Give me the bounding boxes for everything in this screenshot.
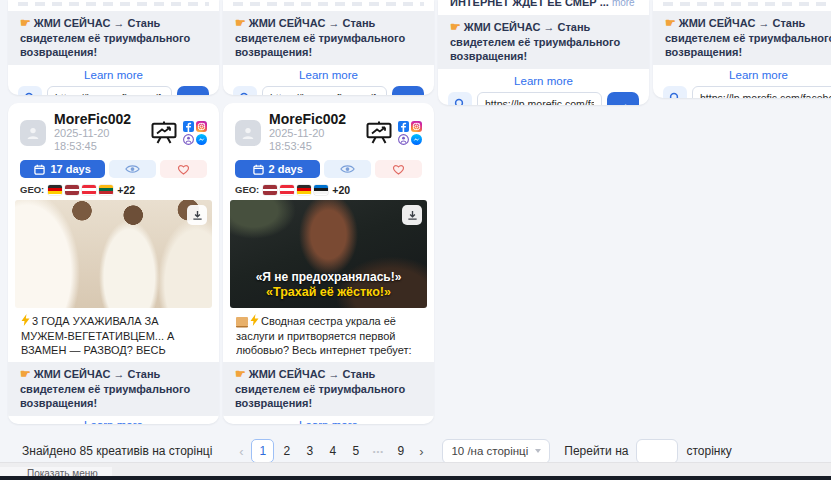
goto-page-input[interactable]: [636, 439, 678, 464]
open-url-button[interactable]: →: [607, 92, 639, 106]
creative-timestamp: 2025-11-20 18:53:45: [269, 127, 366, 153]
learn-more-link[interactable]: Learn more: [223, 69, 434, 81]
audience-network-icon: [183, 134, 194, 145]
avatar: [20, 120, 46, 146]
flag-ee: [314, 185, 328, 195]
cta-text: ЖМИ СЕЙЧАС → Стань свидетелем её триумфа…: [20, 17, 190, 58]
arrow-right-icon: →: [617, 96, 630, 105]
days-active-button[interactable]: 17 days: [20, 160, 105, 178]
more-link[interactable]: more: [612, 0, 635, 8]
days-label: 17 days: [50, 163, 90, 175]
top-ad-card-1: ☛ЖМИ СЕЙЧАС → Стань свидетелем её триумф…: [8, 0, 219, 95]
pointing-hand-icon: ☛: [450, 20, 461, 34]
url-row: →: [448, 92, 639, 106]
search-icon: [669, 92, 681, 99]
geo-row: GEO: +22: [20, 184, 207, 195]
clipped-content-strip: [663, 2, 831, 6]
ad-board-icon[interactable]: [151, 121, 177, 144]
learn-more-link[interactable]: Learn more: [653, 69, 831, 81]
url-row: [663, 86, 831, 99]
card-header: MoreFic002 2025-11-20 18:53:45: [235, 112, 422, 153]
top-ad-card-4: ☛ЖМИ СЕЙЧАС → Стань свидетелем её триумф…: [653, 0, 831, 98]
facebook-icon: [398, 121, 409, 132]
card-actions: 2 days: [235, 160, 422, 178]
cta-box: ☛ЖМИ СЕЙЧАС → Стань свидетелем её триумф…: [653, 11, 831, 65]
next-page-button[interactable]: ›: [412, 444, 430, 459]
lightning-icon: [21, 314, 30, 329]
search-url-button[interactable]: [448, 92, 472, 106]
goto-page-suffix: сторінку: [686, 444, 731, 458]
goto-page-label: Перейти на: [564, 444, 628, 458]
heart-icon: [392, 164, 405, 175]
page-size-value: 10 /на сторінці: [451, 445, 528, 457]
flag-at: [280, 185, 294, 195]
flag-lv: [263, 185, 277, 195]
top-ad-card-2: ☛ЖМИ СЕЙЧАС → Стань свидетелем её триумф…: [223, 0, 434, 95]
search-icon: [24, 92, 36, 96]
favorite-button[interactable]: [160, 160, 207, 178]
url-row: →: [233, 86, 424, 96]
person-icon: [240, 125, 256, 141]
cta-text: ЖМИ СЕЙЧАС → Стань свидетелем её триумфа…: [235, 368, 405, 409]
platforms: [183, 121, 207, 145]
avatar: [235, 120, 261, 146]
cta-text: ЖМИ СЕЙЧАС → Стань свидетелем её триумфа…: [20, 368, 190, 409]
page-button-5[interactable]: 5: [345, 440, 366, 462]
calendar-icon: [34, 164, 45, 175]
download-image-button[interactable]: [402, 205, 422, 225]
clipped-content-strip: [233, 2, 424, 6]
cta-text: ЖМИ СЕЙЧАС → Стань свидетелем её триумфа…: [450, 21, 620, 62]
page-button-2[interactable]: 2: [276, 440, 297, 462]
creative-image: [15, 200, 212, 308]
geo-label: GEO:: [235, 184, 259, 195]
pointing-hand-icon: ☛: [20, 367, 31, 381]
eye-icon: [340, 164, 355, 174]
learn-more-link[interactable]: Learn more: [8, 419, 219, 425]
image-caption-line2: «Трахай её жёстко!»: [230, 285, 427, 300]
favorite-button[interactable]: [375, 160, 422, 178]
prev-page-button[interactable]: ‹: [232, 444, 250, 459]
open-url-button[interactable]: →: [177, 86, 209, 96]
preview-button[interactable]: [109, 160, 156, 178]
profile-name: MoreFic002: [54, 112, 151, 127]
landing-url-input[interactable]: [477, 92, 602, 106]
ad-text: Сводная сестра украла её заслуги и притв…: [236, 314, 421, 356]
ad-text: 3 ГОДА УХАЖИВАЛА ЗА МУЖЕМ-ВЕГЕТАТИВЦЕМ..…: [21, 314, 206, 356]
preview-button[interactable]: [324, 160, 371, 178]
page-button-1[interactable]: 1: [251, 439, 274, 463]
person-icon: [25, 125, 41, 141]
learn-more-link[interactable]: Learn more: [8, 69, 219, 81]
card-header: MoreFic002 2025-11-20 18:53:45: [20, 112, 207, 153]
learn-more-link[interactable]: Learn more: [223, 419, 434, 425]
landing-url-input[interactable]: [692, 86, 831, 99]
search-icon: [239, 92, 251, 96]
landing-url-input[interactable]: [47, 86, 172, 96]
page-size-select[interactable]: 10 /на сторінці: [442, 439, 550, 464]
flag-lv: [65, 185, 79, 195]
geo-flags: [263, 185, 328, 195]
bottom-dark-strip: [0, 476, 831, 480]
arrow-right-icon: →: [402, 90, 415, 95]
results-count-text: Знайдено 85 креативів на сторінці: [22, 444, 212, 458]
image-caption-line1: «Я не предохранялась!»: [230, 270, 427, 285]
page-button-3[interactable]: 3: [299, 440, 320, 462]
search-url-button[interactable]: [663, 86, 687, 99]
learn-more-link[interactable]: Learn more: [438, 75, 649, 87]
ad-board-icon[interactable]: [366, 121, 392, 144]
landing-url-input[interactable]: [262, 86, 387, 96]
messenger-icon: [411, 134, 422, 145]
search-url-button[interactable]: [18, 86, 42, 96]
clipped-ad-text: ИНТЕРНЕТ ЖДЁТ ЕЁ СМЕР ... more: [450, 0, 637, 9]
geo-flags: [48, 185, 113, 195]
geo-label: GEO:: [20, 184, 44, 195]
ad-spy-results-page: ☛ЖМИ СЕЙЧАС → Стань свидетелем её триумф…: [0, 0, 831, 480]
days-active-button[interactable]: 2 days: [235, 160, 320, 178]
page-button-4[interactable]: 4: [322, 440, 343, 462]
search-url-button[interactable]: [233, 86, 257, 96]
open-url-button[interactable]: →: [392, 86, 424, 96]
pointing-hand-icon: ☛: [665, 16, 676, 30]
cta-box: ☛ЖМИ СЕЙЧАС → Стань свидетелем её триумф…: [223, 362, 434, 416]
download-image-button[interactable]: [187, 205, 207, 225]
pagination-bar: Знайдено 85 креативів на сторінці ‹ 1 2 …: [22, 438, 732, 464]
page-button-last[interactable]: 9: [390, 440, 411, 462]
